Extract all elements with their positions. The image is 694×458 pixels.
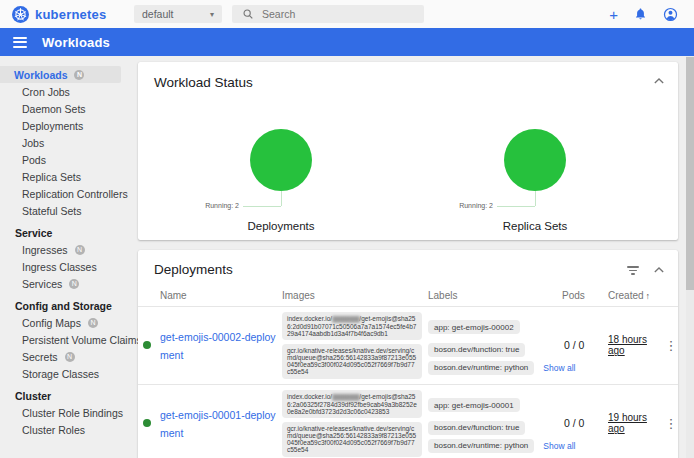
page-title: Workloads — [42, 35, 110, 50]
image-chip: gcr.io/knative-releases/knative.dev/serv… — [282, 422, 422, 457]
kubernetes-wheel-icon — [12, 6, 29, 23]
sidebar-item-ingresses[interactable]: Ingresses N — [0, 241, 130, 258]
sidebar-item-secrets[interactable]: Secrets N — [0, 348, 130, 365]
pie-legend-label: Running: 2 — [459, 202, 493, 209]
redacted-registry-user: ████████ — [332, 316, 359, 322]
pods-count: 0 / 0 — [562, 339, 608, 351]
sidebar-item-daemon-sets[interactable]: Daemon Sets — [0, 100, 130, 117]
table-row: get-emojis-00002-deployment index.docker… — [138, 307, 678, 385]
label-chip: boson.dev/runtime: python — [428, 439, 534, 453]
replica-sets-status-chart: Running: 2 Replica Sets — [408, 92, 662, 232]
search-input[interactable] — [262, 8, 402, 20]
deployments-title: Deployments — [154, 262, 662, 277]
more-vert-menu-icon[interactable]: ⋮ — [664, 339, 678, 352]
sidebar-section-service: Service — [0, 224, 130, 241]
deployments-status-chart: Running: 2 Deployments — [154, 92, 408, 232]
redacted-registry-user: ████████ — [332, 394, 359, 400]
chevron-up-icon — [654, 266, 664, 274]
images-cell: index.docker.io/████████/get-emojis@sha2… — [282, 312, 428, 379]
search-bar[interactable] — [232, 5, 424, 23]
chart-caption: Deployments — [154, 220, 408, 232]
sidebar-item-cluster-roles[interactable]: Cluster Roles — [0, 421, 130, 438]
pie-chart-running — [504, 129, 566, 191]
sidebar-item-pods[interactable]: Pods — [0, 151, 130, 168]
sidebar-section-config-and-storage: Config and Storage — [0, 297, 130, 314]
sidebar-item-cluster-role-bindings[interactable]: Cluster Role Bindings — [0, 404, 130, 421]
sidebar-item-stateful-sets[interactable]: Stateful Sets — [0, 202, 130, 219]
scrollbar-track[interactable] — [686, 56, 694, 458]
more-vert-menu-icon[interactable]: ⋮ — [664, 417, 678, 430]
namespaced-badge: N — [75, 245, 85, 255]
search-icon — [242, 8, 254, 20]
legend-connector — [535, 191, 536, 206]
image-chip: index.docker.io/████████/get-emojis@sha2… — [282, 312, 422, 340]
namespaced-badge: N — [69, 279, 79, 289]
sidebar-item-replication-controllers[interactable]: Replication Controllers — [0, 185, 130, 202]
label-chip: boson.dev/function: true — [428, 343, 525, 357]
collapse-card-button[interactable] — [652, 74, 666, 88]
menu-hamburger-icon[interactable] — [13, 34, 27, 50]
status-running-dot — [143, 419, 151, 427]
filter-icon[interactable] — [626, 264, 640, 276]
column-header-pods[interactable]: Pods — [562, 290, 608, 301]
account-user-icon[interactable] — [663, 7, 678, 22]
column-header-name[interactable]: Name — [160, 290, 282, 301]
sidebar-item-config-maps[interactable]: Config Maps N — [0, 314, 130, 331]
legend-connector — [497, 206, 535, 207]
column-header-created[interactable]: Created↑ — [608, 290, 664, 301]
show-all-link[interactable]: Show all — [543, 363, 575, 373]
label-chip: boson.dev/runtime: python — [428, 361, 534, 375]
labels-cell: app: get-emojis-00002 boson.dev/function… — [428, 316, 562, 375]
sidebar-nav: Workloads N Cron Jobs Daemon Sets Deploy… — [0, 56, 130, 458]
sidebar-item-services[interactable]: Services N — [0, 275, 130, 292]
column-header-labels[interactable]: Labels — [428, 290, 562, 301]
label-chip: app: get-emojis-00001 — [428, 398, 520, 412]
scrollbar-thumb[interactable] — [686, 57, 694, 290]
app-header: kubernetes default ▾ + — [0, 0, 694, 28]
sidebar-section-cluster: Cluster — [0, 387, 130, 404]
legend-connector — [243, 206, 281, 207]
column-header-images[interactable]: Images — [282, 290, 428, 301]
sidebar-item-replica-sets[interactable]: Replica Sets — [0, 168, 130, 185]
show-all-link[interactable]: Show all — [543, 441, 575, 451]
collapse-card-button[interactable] — [652, 263, 666, 277]
kubernetes-logo: kubernetes — [12, 6, 130, 23]
notifications-bell-icon[interactable] — [634, 7, 647, 21]
sort-ascending-icon: ↑ — [646, 291, 651, 301]
namespaced-badge: N — [74, 70, 84, 80]
sidebar-item-ingress-classes[interactable]: Ingress Classes — [0, 258, 130, 275]
header-actions: + — [609, 7, 682, 22]
sidebar-item-workloads[interactable]: Workloads N — [0, 66, 121, 83]
label-chip: app: get-emojis-00002 — [428, 320, 520, 334]
namespaced-badge: N — [88, 318, 98, 328]
table-row: get-emojis-00001-deployment index.docker… — [138, 385, 678, 458]
pie-legend-label: Running: 2 — [205, 202, 239, 209]
chart-caption: Replica Sets — [408, 220, 662, 232]
table-header-row: Name Images Labels Pods Created↑ — [138, 285, 678, 307]
sidebar-item-deployments[interactable]: Deployments — [0, 117, 130, 134]
deployment-name-link[interactable]: get-emojis-00001-deployment — [160, 409, 276, 439]
deployments-card: Deployments Name Images Labels Pods Crea… — [138, 250, 678, 458]
images-cell: index.docker.io/████████/get-emojis@sha2… — [282, 390, 428, 457]
image-chip: gcr.io/knative-releases/knative.dev/serv… — [282, 344, 422, 379]
namespaced-badge: N — [65, 352, 75, 362]
page-toolbar: Workloads — [0, 28, 694, 56]
legend-connector — [281, 191, 282, 206]
namespace-value: default — [142, 8, 174, 20]
sidebar-item-storage-classes[interactable]: Storage Classes — [0, 365, 130, 382]
labels-cell: app: get-emojis-00001 boson.dev/function… — [428, 394, 562, 453]
sidebar-item-label: Workloads — [14, 69, 67, 81]
pods-count: 0 / 0 — [562, 417, 608, 429]
namespace-selector[interactable]: default ▾ — [134, 5, 222, 23]
sidebar-item-cron-jobs[interactable]: Cron Jobs — [0, 83, 130, 100]
chevron-down-icon: ▾ — [210, 10, 214, 19]
sidebar-item-jobs[interactable]: Jobs — [0, 134, 130, 151]
chevron-up-icon — [654, 77, 664, 85]
sidebar-item-persistent-volume-claims[interactable]: Persistent Volume Claims N — [0, 331, 130, 348]
create-resource-button[interactable]: + — [609, 7, 618, 22]
label-chip: boson.dev/function: true — [428, 421, 525, 435]
created-timestamp: 18 hours ago — [608, 334, 664, 356]
created-timestamp: 19 hours ago — [608, 412, 664, 434]
status-running-dot — [143, 341, 151, 349]
deployment-name-link[interactable]: get-emojis-00002-deployment — [160, 331, 276, 361]
